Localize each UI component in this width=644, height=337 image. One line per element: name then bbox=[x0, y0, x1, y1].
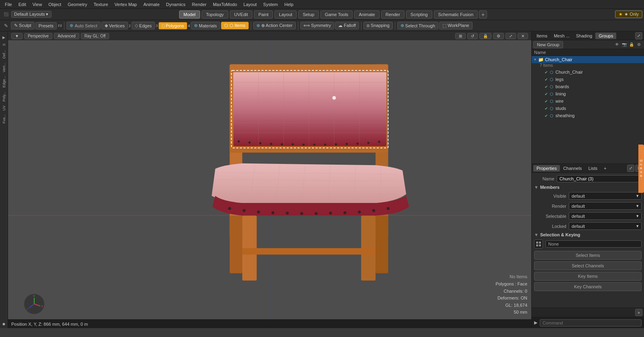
left-tab-def[interactable]: Def... bbox=[1, 48, 7, 60]
items-icon-render[interactable]: 📷 bbox=[621, 41, 628, 48]
presets-button[interactable]: Presets bbox=[35, 22, 57, 29]
menu-object[interactable]: Object bbox=[45, 1, 64, 8]
menu-render[interactable]: Render bbox=[189, 1, 210, 8]
tree-item-legs[interactable]: ✔ ⬡ legs bbox=[532, 76, 644, 83]
menu-help[interactable]: Help bbox=[281, 1, 297, 8]
left-top-icon[interactable]: ▶ bbox=[0, 33, 8, 42]
right-edge-tab[interactable]: S c e n e bbox=[638, 145, 644, 193]
sculpt-button[interactable]: ✎ Sculpt bbox=[11, 22, 35, 29]
items-icon-eye[interactable]: 👁 bbox=[613, 41, 621, 48]
tab-topology[interactable]: Topology bbox=[202, 10, 228, 19]
polygons-button[interactable]: □ Polygons bbox=[159, 22, 187, 29]
tab-uvedit[interactable]: UVEdit bbox=[230, 10, 252, 19]
tree-item-sheathing[interactable]: ✔ ⬡ sheathing bbox=[532, 112, 644, 119]
vertices-button[interactable]: ◆ Vertices bbox=[101, 22, 128, 29]
bottom-arrow-btn[interactable]: » bbox=[635, 309, 642, 316]
tab-schematic[interactable]: Schematic Fusion bbox=[434, 10, 478, 19]
panel-tab-shading[interactable]: Shading bbox=[573, 33, 595, 39]
menu-edit[interactable]: Edit bbox=[15, 1, 29, 8]
tree-item-lining[interactable]: ✔ ⬡ lining bbox=[532, 90, 644, 97]
vp-camera-btn[interactable]: ⊞ bbox=[455, 33, 466, 39]
tab-model[interactable]: Model bbox=[179, 10, 200, 19]
tree-item-wire[interactable]: ✔ ⬡ wire bbox=[532, 97, 644, 105]
vp-perspective[interactable]: Perspective bbox=[24, 33, 52, 39]
falloff-button[interactable]: ☁ Falloff bbox=[335, 22, 359, 29]
vp-raygl[interactable]: Ray GL: Off bbox=[81, 33, 109, 39]
tab-layout[interactable]: Layout bbox=[275, 10, 297, 19]
left-bottom-icon[interactable]: ● bbox=[0, 319, 8, 328]
items-icon-lock[interactable]: 🔒 bbox=[628, 41, 635, 48]
props-tab-add[interactable]: + bbox=[601, 165, 609, 172]
star-only-label[interactable]: ★ Only bbox=[624, 12, 639, 17]
left-tab-uv[interactable]: UV bbox=[1, 104, 7, 112]
visible-dropdown[interactable]: default ▾ bbox=[569, 192, 642, 200]
vp-fullscreen[interactable]: ⤢ bbox=[506, 33, 516, 39]
items-icon-extra[interactable]: ⚙ bbox=[635, 41, 642, 48]
tab-animate[interactable]: Animate bbox=[354, 10, 379, 19]
select-through-button[interactable]: ⊕ Select Through bbox=[397, 22, 438, 29]
symmetry-button[interactable]: ⟺ Symmetry bbox=[300, 22, 334, 29]
snapping-button[interactable]: ⧈ Snapping bbox=[363, 22, 393, 29]
viewport[interactable]: ▼ Perspective Advanced Ray GL: Off ⊞ ↺ 🔒… bbox=[8, 31, 531, 328]
tab-setup[interactable]: Setup bbox=[298, 10, 319, 19]
workplane-button[interactable]: ⬚ WorkPlane bbox=[439, 22, 473, 29]
menu-dynamics[interactable]: Dynamics bbox=[163, 1, 189, 8]
menu-system[interactable]: System bbox=[260, 1, 281, 8]
left-tab-poly[interactable]: Poly... bbox=[1, 90, 7, 103]
left-tab-fus[interactable]: Fus... bbox=[1, 113, 7, 125]
props-tab-lists[interactable]: Lists bbox=[585, 165, 601, 172]
tab-paint[interactable]: Paint bbox=[254, 10, 273, 19]
panel-tab-items[interactable]: Items bbox=[533, 33, 551, 39]
menu-animate[interactable]: Animate bbox=[140, 1, 163, 8]
vp-refresh[interactable]: ↺ bbox=[467, 33, 478, 39]
props-expand-btn[interactable]: ⤢ bbox=[627, 165, 634, 172]
vp-lock[interactable]: 🔒 bbox=[479, 33, 491, 39]
left-tab-sculpt[interactable]: S bbox=[1, 42, 7, 48]
new-group-button[interactable]: New Group bbox=[533, 41, 563, 48]
menu-geometry[interactable]: Geometry bbox=[64, 1, 90, 8]
left-tab-vert[interactable]: Vert... bbox=[1, 61, 7, 74]
menu-texture[interactable]: Texture bbox=[90, 1, 111, 8]
key-items-button[interactable]: Key Items bbox=[534, 272, 642, 281]
materials-button[interactable]: ⊕ Materials bbox=[191, 22, 220, 29]
keying-grid-icon[interactable] bbox=[534, 240, 543, 248]
locked-dropdown[interactable]: default ▾ bbox=[569, 222, 642, 230]
menu-view[interactable]: View bbox=[29, 1, 45, 8]
name-input[interactable] bbox=[557, 175, 642, 182]
command-input[interactable] bbox=[540, 319, 642, 327]
props-tab-properties[interactable]: Properties bbox=[533, 165, 560, 172]
tree-item-boards[interactable]: ✔ ⬡ boards bbox=[532, 83, 644, 90]
tab-add-button[interactable]: + bbox=[479, 10, 487, 19]
menu-vertexmap[interactable]: Vertex Map bbox=[111, 1, 140, 8]
action-center-button[interactable]: ⊕ ⊕ Action Center bbox=[253, 22, 296, 29]
panel-tab-mesh[interactable]: Mesh ... bbox=[551, 33, 573, 39]
toolbar-icon-left[interactable]: ⬛ bbox=[2, 10, 10, 19]
vp-settings[interactable]: ⚙ bbox=[493, 33, 504, 39]
tree-item-studs[interactable]: ✔ ⬡ studs bbox=[532, 105, 644, 112]
vp-toggle[interactable]: ▼ bbox=[11, 33, 23, 39]
render-dropdown[interactable]: default ▾ bbox=[569, 202, 642, 210]
select-items-button[interactable]: Select Items bbox=[534, 251, 642, 260]
items-button[interactable]: ⬡ ⬡ Items bbox=[221, 22, 249, 29]
panel-tab-groups[interactable]: Groups bbox=[595, 33, 616, 39]
menu-layout[interactable]: Layout bbox=[240, 1, 260, 8]
menu-file[interactable]: File bbox=[2, 1, 15, 8]
tab-render[interactable]: Render bbox=[381, 10, 405, 19]
tab-gametools[interactable]: Game Tools bbox=[320, 10, 353, 19]
menu-maxtomodo[interactable]: MaxToModo bbox=[210, 1, 240, 8]
autoselect-button[interactable]: ⊕ Auto Select bbox=[66, 22, 100, 29]
layout-dropdown[interactable]: Default Layouts ▾ bbox=[11, 11, 52, 18]
panel-expand-btn[interactable]: ⤢ bbox=[635, 32, 642, 39]
edges-button[interactable]: ◇ Edges bbox=[132, 22, 155, 29]
key-channels-button[interactable]: Key Channels bbox=[534, 282, 642, 291]
select-channels-button[interactable]: Select Channels bbox=[534, 261, 642, 270]
selectable-dropdown[interactable]: default ▾ bbox=[569, 212, 642, 220]
tree-item-churchchair[interactable]: ✔ ⬡ Church_Chair bbox=[532, 68, 644, 76]
mode-icon[interactable]: ✎ bbox=[2, 21, 10, 30]
tab-scripting[interactable]: Scripting bbox=[406, 10, 432, 19]
props-tab-channels[interactable]: Channels bbox=[560, 165, 585, 172]
vp-close[interactable]: ✕ bbox=[518, 33, 528, 39]
tree-item-group[interactable]: ▼ 📁 Church_Chair bbox=[532, 56, 644, 63]
left-tab-edge[interactable]: Edge... bbox=[1, 74, 7, 89]
vp-advanced[interactable]: Advanced bbox=[54, 33, 79, 39]
